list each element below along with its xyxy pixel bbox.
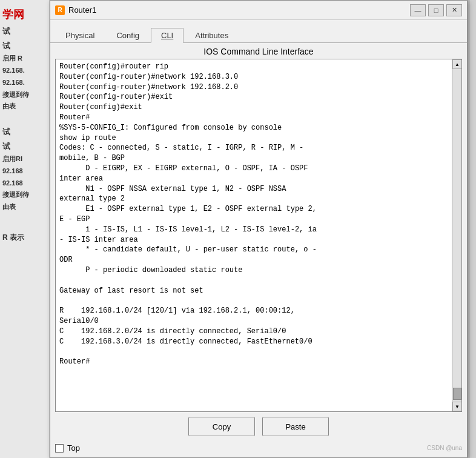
tab-physical[interactable]: Physical: [55, 28, 105, 42]
router1-window: R Router1 — □ ✕ Physical Config CLI Attr…: [50, 0, 468, 458]
title-bar: R Router1 — □ ✕: [50, 1, 467, 20]
background-right-panel: [470, 0, 476, 458]
bg-text-12: 92.168: [2, 165, 47, 178]
tab-attributes[interactable]: Attributes: [185, 28, 239, 42]
tab-bar: Physical Config CLI Attributes: [50, 20, 467, 43]
bg-text-13: 92.168: [2, 178, 47, 190]
scrollbar-thumb[interactable]: [453, 388, 461, 400]
paste-button[interactable]: Paste: [262, 417, 329, 436]
bg-text-1: 学网: [2, 5, 47, 24]
bg-text-3: 试: [2, 39, 47, 53]
window-title: Router1: [68, 5, 410, 15]
top-checkbox-container[interactable]: Top: [55, 443, 80, 453]
bg-text-14: 接退到待: [2, 189, 47, 201]
top-label: Top: [67, 443, 80, 453]
tab-config[interactable]: Config: [106, 28, 150, 42]
background-left-panel: 学网 试 试 启用 R 92.168. 92.168. 接退到待 由表 试 试 …: [0, 0, 50, 458]
minimize-button[interactable]: —: [410, 4, 426, 16]
close-button[interactable]: ✕: [446, 4, 462, 16]
cli-output[interactable]: Router(config)#router rip Router(config-…: [56, 59, 452, 411]
window-controls: — □ ✕: [410, 4, 462, 16]
bg-text-4: 启用 R: [2, 53, 47, 65]
scroll-up-button[interactable]: ▲: [452, 59, 462, 69]
tab-cli[interactable]: CLI: [151, 28, 183, 43]
watermark: CSDN @una: [427, 445, 462, 451]
bg-text-5: 92.168.: [2, 65, 47, 77]
copy-button[interactable]: Copy: [188, 417, 255, 436]
bg-text-6: 92.168.: [2, 77, 47, 89]
bg-text-10: 试: [2, 139, 47, 153]
bg-text-9: 试: [2, 125, 47, 139]
maximize-button[interactable]: □: [428, 4, 444, 16]
bg-text-7: 接退到待: [2, 89, 47, 101]
bg-text-11: 启用RI: [2, 153, 47, 165]
window-icon: R: [55, 5, 65, 15]
section-title: IOS Command Line Interface: [50, 43, 467, 59]
bg-text-16: R 表示: [2, 231, 47, 245]
bg-text-8: 由表: [2, 101, 47, 113]
cli-scrollbar[interactable]: ▲ ▼: [452, 59, 461, 411]
button-row: Copy Paste: [50, 412, 467, 441]
scroll-down-button[interactable]: ▼: [452, 402, 462, 411]
bottom-bar: Top CSDN @una: [50, 441, 467, 457]
top-checkbox[interactable]: [55, 444, 64, 453]
bg-text-15: 由表: [2, 201, 47, 213]
bg-text-2: 试: [2, 24, 47, 38]
cli-container: Router(config)#router rip Router(config-…: [55, 59, 462, 412]
